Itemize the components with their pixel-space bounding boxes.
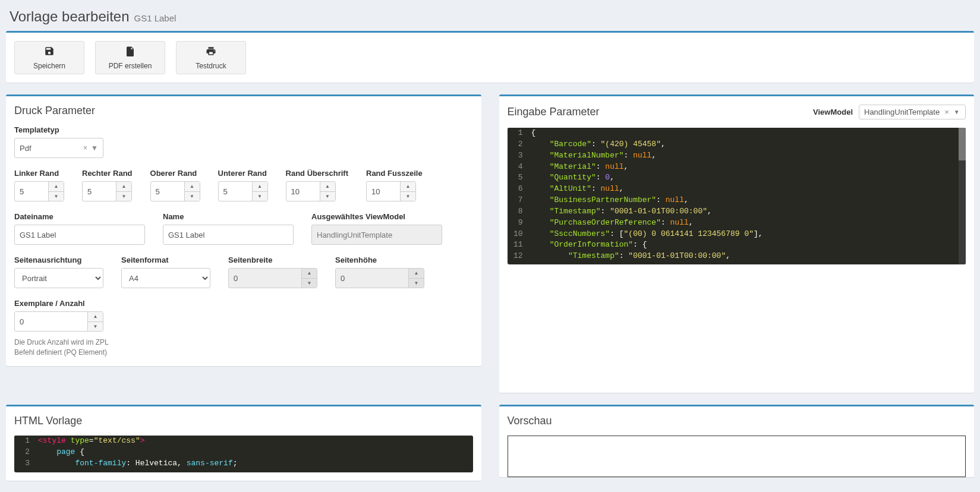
save-label: Speichern — [33, 62, 65, 70]
viewmodel-select[interactable]: HandlingUnitTemplate × ▼ — [859, 105, 966, 119]
step-up-icon[interactable]: ▲ — [88, 312, 103, 322]
rand-fusszeile-value: 10 — [367, 187, 380, 196]
exemplare-value: 0 — [15, 317, 24, 326]
print-icon — [206, 46, 216, 62]
step-down-icon: ▼ — [409, 279, 424, 288]
seitenformat-select[interactable]: A4 — [121, 268, 210, 288]
ausg-viewmodel-input — [311, 225, 442, 245]
input-params-panel: Eingabe Parameter ViewModel HandlingUnit… — [499, 94, 975, 393]
templatetyp-select[interactable]: Pdf ×▼ — [14, 138, 103, 158]
print-params-panel: Druck Parameter Templatetyp Pdf ×▼ Linke… — [6, 94, 481, 366]
toolbar-panel: Speichern PDF erstellen Testdruck — [6, 31, 974, 83]
page-header: Vorlage bearbeiten GS1 Label — [6, 0, 974, 31]
seitenausrichtung-select[interactable]: Portrait — [14, 268, 103, 288]
rand-ueberschrift-input[interactable]: 10▲▼ — [286, 181, 336, 201]
dateiname-input[interactable] — [14, 225, 145, 245]
unterer-rand-value: 5 — [219, 187, 228, 196]
rechter-rand-value: 5 — [83, 187, 92, 196]
step-down-icon[interactable]: ▼ — [253, 192, 267, 201]
step-down-icon[interactable]: ▼ — [185, 192, 200, 201]
seitenausrichtung-label: Seitenausrichtung — [14, 256, 103, 264]
caret-down-icon[interactable]: ▼ — [954, 109, 960, 115]
rand-ueberschrift-label: Rand Überschrift — [286, 169, 348, 178]
seitenbreite-input: 0▲▼ — [228, 268, 317, 288]
step-up-icon: ▲ — [409, 269, 424, 279]
preview-title: Vorschau — [499, 406, 975, 427]
dateiname-label: Dateiname — [14, 212, 145, 221]
preview-area — [508, 436, 966, 477]
clear-icon[interactable]: × — [944, 108, 949, 116]
save-icon — [44, 46, 55, 62]
step-down-icon[interactable]: ▼ — [320, 192, 335, 201]
rechter-rand-label: Rechter Rand — [82, 169, 133, 178]
oberer-rand-label: Oberer Rand — [150, 169, 200, 178]
step-down-icon[interactable]: ▼ — [401, 192, 415, 201]
unterer-rand-label: Unterer Rand — [218, 169, 268, 178]
step-down-icon[interactable]: ▼ — [49, 192, 64, 201]
seitenbreite-label: Seitenbreite — [228, 256, 317, 264]
create-pdf-label: PDF erstellen — [109, 62, 152, 70]
html-editor[interactable]: 1<style type="text/css">2 page {3 font-f… — [14, 436, 473, 472]
clear-icon[interactable]: × — [83, 144, 87, 152]
html-template-panel: HTML Vorlage 1<style type="text/css">2 p… — [6, 405, 481, 481]
test-print-label: Testdruck — [196, 62, 226, 70]
seitenbreite-value: 0 — [229, 274, 238, 283]
save-button[interactable]: Speichern — [14, 41, 84, 74]
step-up-icon: ▲ — [302, 269, 317, 279]
step-up-icon[interactable]: ▲ — [320, 182, 335, 192]
rechter-rand-input[interactable]: 5▲▼ — [82, 181, 132, 201]
seitenhoehe-label: Seitenhöhe — [335, 256, 424, 264]
page-title: Vorlage bearbeiten — [10, 8, 130, 25]
step-up-icon[interactable]: ▲ — [185, 182, 200, 192]
rand-fusszeile-label: Rand Fusszeile — [366, 169, 423, 178]
step-up-icon[interactable]: ▲ — [253, 182, 267, 192]
preview-panel: Vorschau — [499, 405, 975, 477]
scroll-thumb[interactable] — [959, 128, 966, 160]
name-label: Name — [163, 212, 294, 221]
templatetyp-value: Pdf — [20, 144, 31, 153]
step-down-icon: ▼ — [302, 279, 317, 288]
viewmodel-label: ViewModel — [813, 108, 853, 116]
print-params-title: Druck Parameter — [6, 96, 481, 117]
step-up-icon[interactable]: ▲ — [49, 182, 64, 192]
step-down-icon[interactable]: ▼ — [116, 192, 131, 201]
step-up-icon[interactable]: ▲ — [401, 182, 415, 192]
oberer-rand-input[interactable]: 5▲▼ — [150, 181, 200, 201]
seitenformat-label: Seitenformat — [121, 256, 210, 264]
step-up-icon[interactable]: ▲ — [116, 182, 131, 192]
linker-rand-input[interactable]: 5▲▼ — [14, 181, 64, 201]
templatetyp-label: Templatetyp — [14, 125, 473, 134]
exemplare-label: Exemplare / Anzahl — [14, 299, 473, 308]
linker-rand-value: 5 — [15, 187, 24, 196]
test-print-button[interactable]: Testdruck — [176, 41, 246, 74]
ausg-viewmodel-label: Ausgewähltes ViewModel — [311, 212, 442, 221]
seitenhoehe-value: 0 — [336, 274, 345, 283]
caret-down-icon[interactable]: ▼ — [91, 144, 98, 152]
json-editor[interactable]: 1{2 "Barcode": "(420) 45458",3 "Material… — [508, 128, 966, 264]
page-subtitle: GS1 Label — [134, 13, 177, 23]
oberer-rand-value: 5 — [151, 187, 160, 196]
seitenhoehe-input: 0▲▼ — [335, 268, 424, 288]
rand-fusszeile-input[interactable]: 10▲▼ — [366, 181, 416, 201]
html-template-title: HTML Vorlage — [6, 406, 481, 427]
linker-rand-label: Linker Rand — [14, 169, 64, 178]
rand-ueberschrift-value: 10 — [286, 187, 300, 196]
step-down-icon[interactable]: ▼ — [88, 322, 103, 332]
file-pdf-icon — [125, 46, 136, 62]
exemplare-hint: Die Druck Anzahl wird im ZPL Befehl defi… — [14, 338, 121, 358]
unterer-rand-input[interactable]: 5▲▼ — [218, 181, 268, 201]
create-pdf-button[interactable]: PDF erstellen — [95, 41, 165, 74]
viewmodel-value: HandlingUnitTemplate — [864, 108, 940, 116]
input-params-title: Eingabe Parameter — [508, 106, 600, 118]
exemplare-input[interactable]: 0▲▼ — [14, 311, 103, 332]
name-input[interactable] — [163, 225, 294, 245]
